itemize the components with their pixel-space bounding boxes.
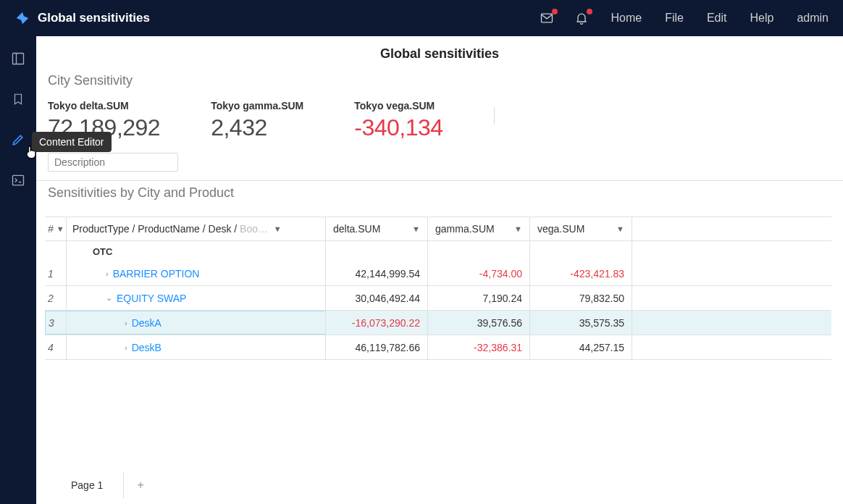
description-input[interactable] [48, 153, 178, 172]
main-content: Global sensitivities City Sensitivity To… [36, 36, 843, 504]
nav-file[interactable]: File [665, 12, 684, 25]
nav-edit[interactable]: Edit [707, 12, 727, 25]
nav-home[interactable]: Home [611, 12, 642, 25]
bell-badge [587, 9, 592, 14]
cell-value: 30,046,492.44 [326, 286, 428, 310]
col-header-vega[interactable]: vega.SUM▼ [530, 217, 632, 240]
row-label[interactable]: DeskB [132, 342, 162, 353]
table-row[interactable]: 2⌄EQUITY SWAP30,046,492.447,190.2479,832… [45, 286, 831, 311]
otc-label: OTC [72, 246, 112, 257]
app-title: Global sensitivities [38, 11, 150, 25]
header-nav: Home File Edit Help admin [611, 12, 829, 25]
nav-admin[interactable]: admin [797, 12, 829, 25]
svg-rect-2 [13, 175, 24, 185]
chevron-down-icon: ▼ [412, 224, 420, 233]
kpi-value: 2,432 [211, 114, 303, 141]
cell-value: -423,421.83 [530, 261, 632, 285]
add-page-tab[interactable]: + [137, 479, 143, 492]
row-otc-group[interactable]: OTC [45, 241, 831, 261]
page-title: Global sensitivities [36, 36, 843, 69]
cell-value: 7,190.24 [428, 286, 530, 310]
table-body: OTC 1›BARRIER OPTION42,144,999.54-4,734.… [45, 241, 831, 360]
kpi-tokyo-gamma: Tokyo gamma.SUM 2,432 [211, 100, 303, 141]
chevron-down-icon: ▼ [616, 224, 624, 233]
chevron-right-icon[interactable]: › [125, 319, 127, 327]
row-label[interactable]: DeskA [132, 317, 162, 329]
cell-value: 35,575.35 [530, 311, 632, 335]
kpi-label: Tokyo vega.SUM [354, 100, 443, 114]
cell-value: -16,073,290.22 [326, 311, 428, 335]
section-sensitivities-title: Sensitivities by City and Product [48, 181, 831, 209]
sidebar-console-icon[interactable] [10, 172, 26, 188]
chevron-down-icon: ▼ [56, 224, 64, 233]
sensitivities-table: # ▼ ProductType / ProductName / Desk / B… [36, 217, 843, 360]
cursor-hand-icon [23, 143, 39, 161]
row-hierarchy-cell[interactable]: ›DeskB [67, 335, 326, 359]
app-logo-icon [14, 10, 30, 26]
row-label[interactable]: EQUITY SWAP [117, 293, 186, 304]
kpi-label: Tokyo gamma.SUM [211, 100, 303, 114]
chevron-down-icon: ▼ [274, 224, 282, 233]
sidebar-content-editor-icon[interactable]: Content Editor [10, 132, 26, 148]
row-index: 1 [45, 261, 67, 285]
cell-value: 79,832.50 [530, 286, 632, 310]
row-hierarchy-cell[interactable]: ›BARRIER OPTION [67, 261, 326, 285]
sidebar-panels-icon[interactable] [10, 51, 26, 67]
page-tabs: Page 1 + [51, 472, 144, 498]
kpi-row: Tokyo delta.SUM 72,189,292 Tokyo gamma.S… [48, 97, 831, 146]
kpi-separator [494, 107, 495, 125]
col-header-gamma[interactable]: gamma.SUM▼ [428, 217, 530, 240]
kpi-label: Tokyo delta.SUM [48, 100, 160, 114]
row-index: 4 [45, 335, 67, 359]
chevron-down-icon[interactable]: ⌄ [106, 293, 112, 303]
chevron-right-icon[interactable]: › [125, 343, 127, 352]
bell-icon[interactable] [574, 11, 589, 25]
col-header-index[interactable]: # ▼ [45, 217, 67, 240]
cell-value: -4,734.00 [428, 261, 530, 285]
logo-area: Global sensitivities [14, 10, 150, 26]
app-header: Global sensitivities Home File Edit Help… [0, 0, 843, 36]
cell-value: 39,576.56 [428, 311, 530, 335]
col-header-hierarchy[interactable]: ProductType / ProductName / Desk / Boo… … [67, 217, 326, 240]
nav-help[interactable]: Help [750, 12, 774, 25]
sidebar-bookmark-icon[interactable] [10, 91, 26, 107]
row-index: 2 [45, 286, 67, 310]
table-row[interactable]: 3›DeskA-16,073,290.2239,576.5635,575.35 [45, 311, 831, 335]
chevron-down-icon: ▼ [514, 224, 522, 233]
chevron-right-icon[interactable]: › [106, 269, 109, 278]
row-hierarchy-cell[interactable]: ›DeskA [67, 311, 326, 335]
table-row[interactable]: 4›DeskB46,119,782.66-32,386.3144,257.15 [45, 335, 831, 360]
row-index: 3 [45, 311, 67, 335]
cell-value: 44,257.15 [530, 335, 632, 359]
section-city-sensitivity-title: City Sensitivity [48, 69, 831, 97]
mail-icon[interactable] [540, 11, 554, 25]
sidebar: Content Editor [0, 36, 36, 504]
svg-rect-1 [13, 54, 24, 64]
mail-badge [552, 9, 558, 14]
row-hierarchy-cell[interactable]: ⌄EQUITY SWAP [67, 286, 326, 310]
sidebar-tooltip: Content Editor [32, 132, 112, 152]
cell-value: 46,119,782.66 [326, 335, 428, 359]
cell-value: -32,386.31 [428, 335, 530, 359]
row-label[interactable]: BARRIER OPTION [113, 268, 200, 280]
cell-value: 42,144,999.54 [326, 261, 428, 285]
page-tab-1[interactable]: Page 1 [51, 472, 124, 498]
header-notification-icons [540, 11, 589, 25]
col-header-delta[interactable]: delta.SUM▼ [326, 217, 428, 240]
kpi-value: -340,134 [354, 114, 443, 141]
table-row[interactable]: 1›BARRIER OPTION42,144,999.54-4,734.00-4… [45, 261, 831, 286]
kpi-tokyo-vega: Tokyo vega.SUM -340,134 [354, 100, 443, 141]
table-header-row: # ▼ ProductType / ProductName / Desk / B… [45, 217, 831, 241]
